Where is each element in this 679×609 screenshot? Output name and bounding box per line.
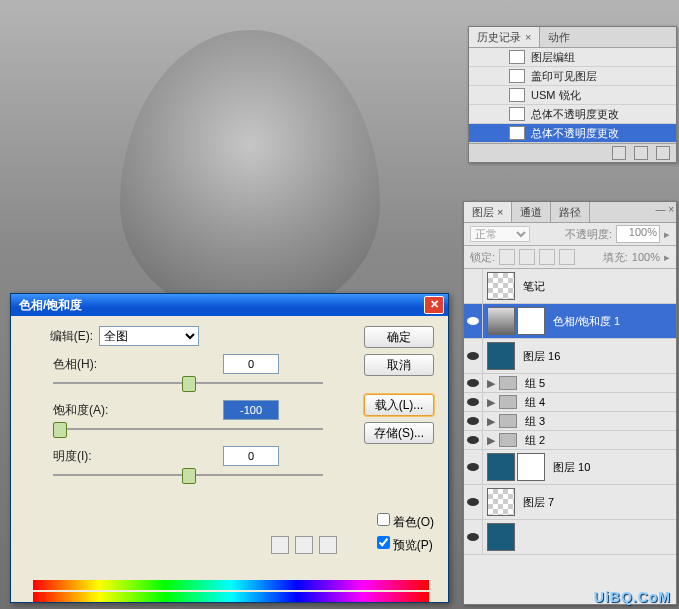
tab-layers[interactable]: 图层 ×: [464, 202, 512, 222]
snapshot-icon[interactable]: [634, 146, 648, 160]
visibility-toggle[interactable]: [464, 304, 483, 338]
history-item[interactable]: 图层编组: [469, 48, 676, 67]
layer-row[interactable]: 色相/饱和度 1: [464, 304, 676, 339]
history-item[interactable]: 总体不透明度更改: [469, 124, 676, 143]
visibility-toggle[interactable]: [464, 412, 483, 430]
eyedropper-add-icon[interactable]: [295, 536, 313, 554]
visibility-toggle[interactable]: [464, 393, 483, 411]
layer-thumbnail[interactable]: [487, 488, 515, 516]
layer-thumbnail[interactable]: [487, 272, 515, 300]
eye-icon: [467, 417, 479, 425]
colorize-checkbox[interactable]: 着色(O): [373, 510, 434, 531]
lightness-input[interactable]: [223, 446, 279, 466]
eye-icon: [467, 398, 479, 406]
saturation-input[interactable]: [223, 400, 279, 420]
preview-checkbox[interactable]: 预览(P): [373, 533, 434, 554]
save-button[interactable]: 存储(S)...: [364, 422, 434, 444]
tab-actions[interactable]: 动作: [540, 27, 578, 47]
visibility-toggle[interactable]: [464, 269, 483, 303]
layer-group-row[interactable]: ▶组 5: [464, 374, 676, 393]
layers-tabs: 图层 × 通道 路径: [464, 202, 676, 223]
blend-mode-select[interactable]: 正常: [470, 226, 530, 242]
visibility-toggle[interactable]: [464, 485, 483, 519]
history-item[interactable]: 盖印可见图层: [469, 67, 676, 86]
layer-row[interactable]: 图层 16: [464, 339, 676, 374]
history-item[interactable]: USM 锐化: [469, 86, 676, 105]
ok-button[interactable]: 确定: [364, 326, 434, 348]
mask-thumbnail[interactable]: [517, 453, 545, 481]
close-button[interactable]: ✕: [424, 296, 444, 314]
layer-thumbnail[interactable]: [487, 342, 515, 370]
adjustment-thumbnail[interactable]: [487, 307, 515, 335]
edit-select[interactable]: 全图: [99, 326, 199, 346]
colorize-check-input[interactable]: [377, 513, 390, 526]
cancel-button[interactable]: 取消: [364, 354, 434, 376]
slider-thumb[interactable]: [53, 422, 67, 438]
mask-thumbnail[interactable]: [517, 307, 545, 335]
layer-name: 色相/饱和度 1: [549, 314, 676, 329]
opacity-icon: [509, 107, 525, 121]
group-icon: [509, 50, 525, 64]
slider-thumb[interactable]: [182, 376, 196, 392]
eyedropper-icon[interactable]: [271, 536, 289, 554]
layers-list: 笔记 色相/饱和度 1 图层 16 ▶组 5 ▶组 4 ▶组 3 ▶组 2 图层…: [464, 269, 676, 599]
eyedropper-subtract-icon[interactable]: [319, 536, 337, 554]
history-item[interactable]: 总体不透明度更改: [469, 105, 676, 124]
lock-all-icon[interactable]: [559, 249, 575, 265]
watermark: UiBQ.CoM: [594, 589, 671, 605]
hue-input[interactable]: [223, 354, 279, 374]
lock-pixels-icon[interactable]: [519, 249, 535, 265]
blend-mode-row: 正常 不透明度: 100% ▸: [464, 223, 676, 246]
visibility-toggle[interactable]: [464, 520, 483, 554]
expand-arrow-icon[interactable]: ▶: [487, 396, 495, 409]
lock-position-icon[interactable]: [539, 249, 555, 265]
dialog-title: 色相/饱和度: [15, 297, 424, 314]
close-icon[interactable]: ×: [525, 31, 531, 43]
layer-name: 组 4: [521, 395, 676, 410]
layer-row[interactable]: 图层 10: [464, 450, 676, 485]
hue-spectrum-top: [33, 580, 429, 590]
sharpen-icon: [509, 88, 525, 102]
layer-row[interactable]: 笔记: [464, 269, 676, 304]
lightness-slider[interactable]: [53, 468, 323, 482]
lock-label: 锁定:: [470, 250, 495, 265]
expand-arrow-icon[interactable]: ▶: [487, 415, 495, 428]
visibility-toggle[interactable]: [464, 339, 483, 373]
lock-transparency-icon[interactable]: [499, 249, 515, 265]
layer-row[interactable]: 图层 7: [464, 485, 676, 520]
expand-arrow-icon[interactable]: ▶: [487, 434, 495, 447]
chevron-right-icon[interactable]: ▸: [664, 251, 670, 264]
layers-panel: — × 图层 × 通道 路径 正常 不透明度: 100% ▸ 锁定: 填充: 1…: [463, 201, 677, 605]
layer-thumbnail[interactable]: [487, 453, 515, 481]
layer-group-row[interactable]: ▶组 3: [464, 412, 676, 431]
tab-history-label: 历史记录: [477, 31, 521, 43]
hue-slider[interactable]: [53, 376, 323, 390]
layer-group-row[interactable]: ▶组 4: [464, 393, 676, 412]
history-tabs: 历史记录× 动作: [469, 27, 676, 48]
tab-channels[interactable]: 通道: [512, 202, 551, 222]
close-icon[interactable]: ×: [494, 206, 503, 218]
lightness-label: 明度(I):: [53, 448, 133, 465]
trash-icon[interactable]: [656, 146, 670, 160]
tab-history[interactable]: 历史记录×: [469, 27, 540, 47]
new-document-icon[interactable]: [612, 146, 626, 160]
tab-paths[interactable]: 路径: [551, 202, 590, 222]
layer-row[interactable]: [464, 520, 676, 555]
panel-minimize-icon[interactable]: — ×: [655, 204, 674, 215]
expand-arrow-icon[interactable]: ▶: [487, 377, 495, 390]
preview-check-input[interactable]: [377, 536, 390, 549]
chevron-right-icon[interactable]: ▸: [664, 228, 670, 241]
hue-saturation-dialog: 色相/饱和度 ✕ 编辑(E): 全图 色相(H): 饱和度(A): 明度(I):…: [10, 293, 449, 603]
dialog-titlebar[interactable]: 色相/饱和度 ✕: [11, 294, 448, 316]
visibility-toggle[interactable]: [464, 450, 483, 484]
layer-group-row[interactable]: ▶组 2: [464, 431, 676, 450]
fill-value[interactable]: 100%: [632, 251, 660, 263]
layer-thumbnail[interactable]: [487, 523, 515, 551]
history-item-label: 总体不透明度更改: [531, 126, 619, 141]
opacity-value[interactable]: 100%: [616, 225, 660, 243]
visibility-toggle[interactable]: [464, 431, 483, 449]
saturation-slider[interactable]: [53, 422, 323, 436]
visibility-toggle[interactable]: [464, 374, 483, 392]
load-button[interactable]: 载入(L)...: [364, 394, 434, 416]
slider-thumb[interactable]: [182, 468, 196, 484]
